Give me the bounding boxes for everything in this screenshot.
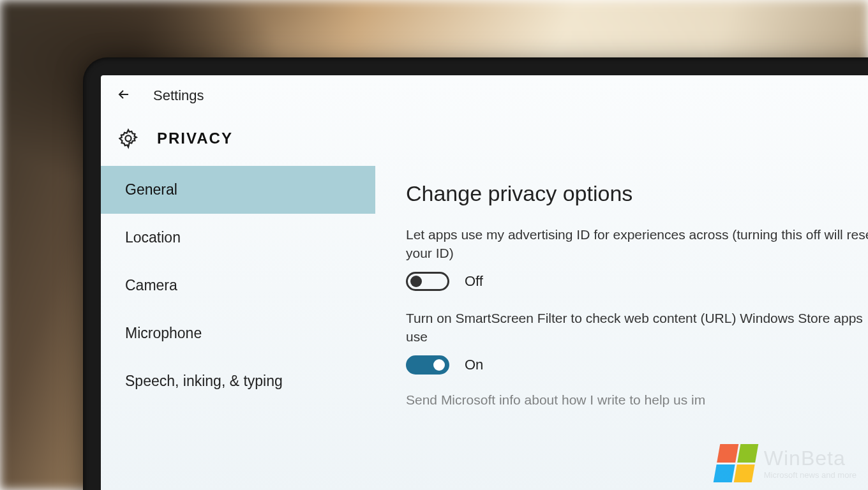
toggle-knob — [410, 276, 422, 287]
sidebar-item-speech-inking-typing[interactable]: Speech, inking, & typing — [101, 357, 375, 405]
watermark: WinBeta Microsoft news and more — [717, 444, 857, 482]
toggle-advertising-id[interactable] — [406, 272, 449, 291]
sidebar-item-label: General — [125, 181, 177, 198]
sidebar: General Location Camera Microphone Speec… — [101, 166, 375, 486]
windows-logo-icon — [713, 444, 758, 482]
page-header: PRIVACY — [101, 116, 868, 166]
titlebar: Settings — [101, 75, 868, 116]
content-pane: Change privacy options Let apps use my a… — [375, 166, 868, 486]
sidebar-item-label: Location — [125, 229, 181, 246]
option-description: Turn on SmartScreen Filter to check web … — [406, 309, 868, 346]
gear-icon — [117, 128, 139, 149]
sidebar-item-label: Camera — [125, 277, 177, 293]
sidebar-item-location[interactable]: Location — [101, 214, 375, 262]
arrow-left-icon — [116, 87, 131, 102]
sidebar-item-general[interactable]: General — [101, 166, 375, 214]
settings-window: Settings PRIVACY General Location Camera — [101, 75, 868, 490]
toggle-smartscreen[interactable] — [406, 355, 449, 375]
sidebar-item-microphone[interactable]: Microphone — [101, 309, 375, 357]
laptop-bezel: Settings PRIVACY General Location Camera — [83, 57, 868, 490]
content-heading: Change privacy options — [406, 181, 868, 206]
page-title: PRIVACY — [157, 130, 233, 147]
option-truncated-next: Send Microsoft info about how I write to… — [406, 392, 868, 408]
toggle-knob — [433, 359, 445, 371]
sidebar-item-label: Microphone — [125, 325, 202, 341]
toggle-state-label: Off — [465, 273, 483, 290]
sidebar-item-label: Speech, inking, & typing — [125, 373, 283, 389]
sidebar-item-camera[interactable]: Camera — [101, 262, 375, 309]
toggle-state-label: On — [465, 357, 483, 373]
svg-point-0 — [125, 135, 131, 141]
back-button[interactable] — [116, 87, 131, 105]
window-title: Settings — [153, 87, 204, 104]
option-description: Let apps use my advertising ID for exper… — [406, 225, 868, 263]
watermark-brand: WinBeta — [764, 447, 857, 470]
watermark-tagline: Microsoft news and more — [764, 470, 857, 480]
option-advertising-id: Let apps use my advertising ID for exper… — [406, 225, 868, 291]
option-smartscreen: Turn on SmartScreen Filter to check web … — [406, 309, 868, 375]
